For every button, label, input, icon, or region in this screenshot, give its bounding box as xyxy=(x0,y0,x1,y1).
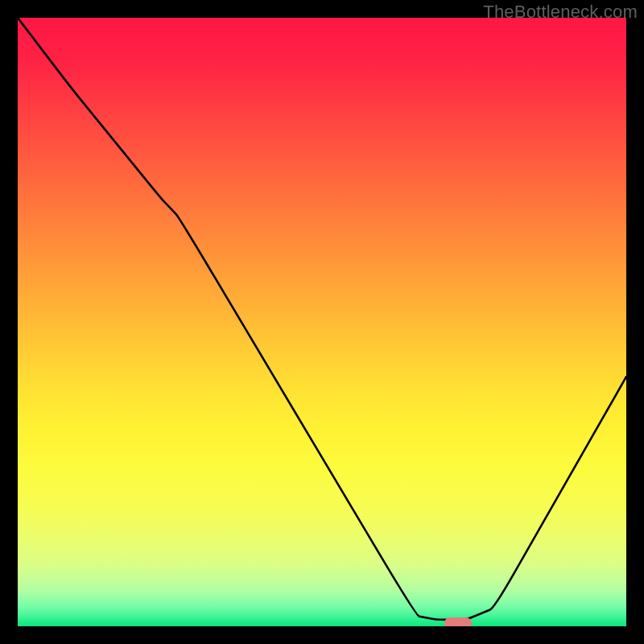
chart-stage: TheBottleneck.com xyxy=(0,0,644,644)
optimum-marker xyxy=(444,617,472,626)
plot-area xyxy=(18,18,626,626)
svg-rect-0 xyxy=(18,18,626,626)
gradient-background xyxy=(18,18,626,626)
